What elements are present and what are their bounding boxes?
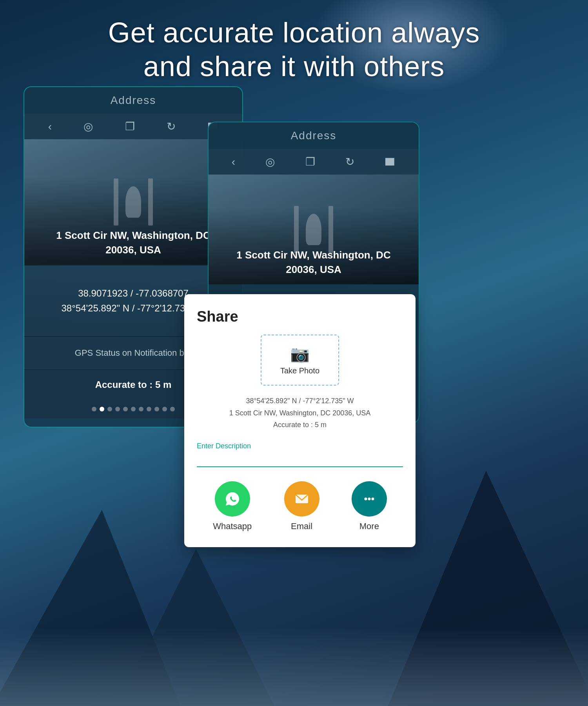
more-icon [360, 490, 378, 508]
card-bg-header: Address [24, 87, 242, 114]
take-photo-label: Take Photo [280, 366, 319, 375]
dot-4 [123, 407, 128, 411]
card-fg-title: Address [291, 129, 337, 142]
whatsapp-button-item[interactable]: Whatsapp [213, 481, 252, 531]
fg-scene-person [306, 214, 321, 245]
card-bg-title: Address [111, 94, 156, 106]
coords-dms: 38°54'25.892" N / -77°2'12.735" W [62, 301, 205, 316]
card-fg-address-line1: 1 Scott Cir NW, Washington, DC [236, 249, 390, 261]
dot-1 [100, 407, 104, 411]
save-icon[interactable]: ❐ [125, 120, 135, 133]
dot-3 [115, 407, 120, 411]
fg-share-icon[interactable]: ‹ [232, 156, 235, 168]
take-photo-box[interactable]: 📷 Take Photo [261, 335, 339, 386]
share-accurate: Accurate to : 5 m [273, 421, 327, 429]
headline-text: Get accurate location always and share i… [0, 16, 588, 84]
email-button-item[interactable]: Email [284, 481, 319, 531]
fg-save-icon[interactable]: ❐ [305, 155, 315, 168]
svg-point-1 [364, 497, 367, 500]
headline-line2: and share it with others [143, 51, 445, 82]
dot-8 [154, 407, 159, 411]
dot-2 [107, 407, 112, 411]
card-fg-image: 1 Scott Cir NW, Washington, DC 20036, US… [209, 175, 419, 284]
card-fg-address-overlay: 1 Scott Cir NW, Washington, DC 20036, US… [209, 248, 419, 277]
svg-point-3 [371, 497, 374, 500]
coords-decimal: 38.9071923 / -77.0368707 [78, 286, 189, 301]
snow-ground [0, 628, 588, 706]
dot-6 [139, 407, 143, 411]
card-bg-address-line1: 1 Scott Cir NW, Washington, DC [56, 229, 210, 241]
whatsapp-label: Whatsapp [213, 521, 252, 531]
card-fg-toolbar: ‹ ◎ ❐ ↻ ⯀ [209, 149, 419, 175]
fg-scene-el-1 [294, 206, 299, 253]
location-icon[interactable]: ◎ [83, 120, 93, 133]
share-info: 38°54'25.892" N / -77°2'12.735" W 1 Scot… [197, 395, 403, 431]
scene-el-1 [114, 178, 118, 226]
card-bg-address-line2: 20036, USA [105, 244, 161, 256]
headline: Get accurate location always and share i… [0, 16, 588, 84]
fg-grid-icon[interactable]: ⯀ [385, 155, 396, 168]
fg-refresh-icon[interactable]: ↻ [345, 155, 354, 168]
camera-icon: 📷 [269, 345, 330, 363]
refresh-icon[interactable]: ↻ [167, 120, 176, 133]
share-title: Share [197, 308, 403, 325]
dot-9 [162, 407, 167, 411]
card-fg-address-text: 1 Scott Cir NW, Washington, DC 20036, US… [209, 248, 419, 277]
more-label: More [359, 521, 379, 531]
card-fg-address-line2: 20036, USA [286, 264, 341, 275]
share-buttons: Whatsapp Email More [197, 481, 403, 531]
dot-7 [147, 407, 151, 411]
email-label: Email [291, 521, 312, 531]
dot-5 [131, 407, 136, 411]
whatsapp-circle[interactable] [215, 481, 250, 517]
share-address: 1 Scott Cir NW, Washington, DC 20036, US… [229, 409, 370, 417]
fg-location-icon[interactable]: ◎ [265, 155, 275, 168]
scene-person [125, 186, 141, 218]
email-icon [293, 490, 311, 508]
more-button-item[interactable]: More [352, 481, 387, 531]
share-icon[interactable]: ‹ [48, 120, 52, 133]
headline-line1: Get accurate location always [108, 17, 480, 48]
email-circle[interactable] [284, 481, 319, 517]
svg-point-2 [368, 497, 370, 500]
description-label: Enter Description [197, 442, 403, 450]
share-dialog: Share 📷 Take Photo 38°54'25.892" N / -77… [184, 294, 416, 547]
share-coords: 38°54'25.892" N / -77°2'12.735" W [246, 397, 354, 405]
dot-0 [92, 407, 96, 411]
scene-el-2 [148, 178, 153, 226]
description-input[interactable] [197, 453, 403, 467]
more-circle[interactable] [352, 481, 387, 517]
card-fg-header: Address [209, 122, 419, 149]
fg-scene-el-2 [328, 206, 333, 253]
whatsapp-icon [223, 490, 241, 508]
dot-10 [170, 407, 175, 411]
